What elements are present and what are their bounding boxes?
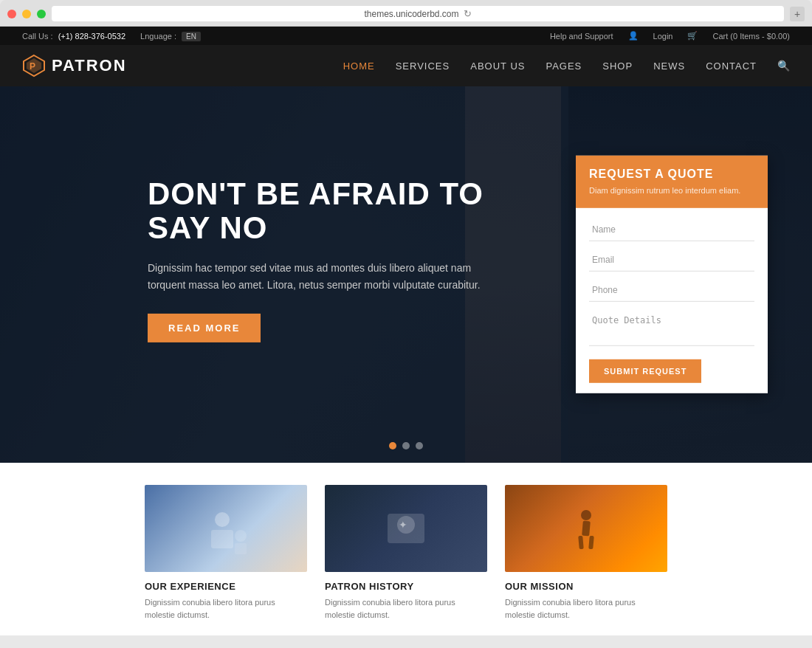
nav-pages[interactable]: PAGES [546,61,582,72]
card-mission-text: Dignissim conubia libero litora purus mo… [505,596,667,621]
phone-input[interactable] [589,279,754,302]
hero-subtitle: Dignissim hac tempor sed vitae mus ad mo… [148,260,502,293]
card-history-text: Dignissim conubia libero litora purus mo… [325,596,487,621]
logo-icon: P [22,54,46,77]
svg-text:P: P [30,61,37,72]
topbar: Call Us : (+1) 828-376-0532 Lnguage : EN… [0,27,812,45]
slider-dots [389,442,423,449]
card-mission: OUR MISSION Dignissim conubia libero lit… [505,485,667,621]
svg-point-10 [581,510,591,520]
header: P PATRON HOME SERVICES ABOUT US PAGES SH… [0,45,812,86]
cart-link[interactable]: Cart (0 Items - $0.00) [712,32,790,41]
quote-form-title: REQUEST A QUOTE [589,168,754,181]
nav-news[interactable]: NEWS [653,61,685,72]
phone-number: (+1) 828-376-0532 [58,32,125,41]
svg-rect-4 [211,530,233,548]
hero-content: DON'T BE AFRAID TO SAY NO Dignissim hac … [148,177,502,342]
submit-request-button[interactable]: SUBMIT REQUEST [589,359,701,383]
quote-form-subtitle: Diam dignissim rutrum leo interdum eliam… [589,185,754,196]
hero-section: DON'T BE AFRAID TO SAY NO Dignissim hac … [0,86,812,463]
svg-rect-12 [578,536,584,549]
browser-close-btn[interactable] [7,10,16,18]
email-input[interactable] [589,249,754,272]
quote-form-body: SUBMIT REQUEST [576,208,768,393]
card-mission-image [505,485,667,572]
svg-point-3 [215,512,230,527]
card-history: ✦ PATRON HISTORY Dignissim conubia liber… [325,485,487,621]
card-mission-title: OUR MISSION [505,581,667,592]
slider-dot-2[interactable] [402,442,410,449]
details-input[interactable] [589,309,754,346]
card-history-title: PATRON HISTORY [325,581,487,592]
nav-shop[interactable]: SHOP [602,61,633,72]
history-illustration: ✦ [376,499,436,558]
user-icon: 👤 [628,31,639,41]
card-history-image: ✦ [325,485,487,572]
card-experience: OUR EXPERIENCE Dignissim conubia libero … [145,485,307,621]
logo-text: PATRON [52,56,127,75]
card-experience-image [145,485,307,572]
quote-form: REQUEST A QUOTE Diam dignissim rutrum le… [576,156,768,393]
svg-rect-13 [588,536,594,549]
call-label: Call Us : (+1) 828-376-0532 [22,32,125,41]
card-experience-text: Dignissim conubia libero litora purus mo… [145,596,307,621]
url-text: themes.unicoderbd.com [364,9,458,19]
refresh-icon[interactable]: ↻ [464,8,472,19]
nav-home[interactable]: HOME [343,61,375,72]
experience-illustration [196,499,255,558]
svg-rect-11 [582,521,591,537]
svg-point-5 [235,530,247,542]
quote-header: REQUEST A QUOTE Diam dignissim rutrum le… [576,156,768,208]
browser-maximize-btn[interactable] [37,10,46,18]
main-nav: HOME SERVICES ABOUT US PAGES SHOP NEWS C… [343,60,790,72]
language-selector[interactable]: Lnguage : EN [140,32,201,41]
new-tab-button[interactable]: + [790,7,805,21]
topbar-right: Help and Support 👤 Login 🛒 Cart (0 Items… [550,31,790,41]
mission-illustration [557,499,616,558]
slider-dot-1[interactable] [389,442,396,449]
svg-text:✦: ✦ [399,519,407,531]
nav-services[interactable]: SERVICES [396,61,450,72]
read-more-button[interactable]: READ MORE [148,314,261,342]
browser-minimize-btn[interactable] [22,10,31,18]
svg-rect-6 [235,543,247,554]
browser-chrome: themes.unicoderbd.com ↻ + [0,0,812,27]
address-bar[interactable]: themes.unicoderbd.com ↻ [52,6,784,21]
login-link[interactable]: Login [653,32,673,41]
search-icon[interactable]: 🔍 [777,60,790,72]
card-experience-title: OUR EXPERIENCE [145,581,307,592]
topbar-left: Call Us : (+1) 828-376-0532 Lnguage : EN [22,32,201,41]
logo[interactable]: P PATRON [22,54,127,77]
website-container: Call Us : (+1) 828-376-0532 Lnguage : EN… [0,27,812,635]
name-input[interactable] [589,218,754,241]
nav-about[interactable]: ABOUT US [470,61,525,72]
cards-section: OUR EXPERIENCE Dignissim conubia libero … [0,463,812,635]
help-support-link[interactable]: Help and Support [550,32,613,41]
hero-title: DON'T BE AFRAID TO SAY NO [148,177,502,245]
slider-dot-3[interactable] [416,442,423,449]
cart-icon: 🛒 [687,31,698,41]
nav-contact[interactable]: CONTACT [706,61,757,72]
language-badge: EN [182,32,201,41]
